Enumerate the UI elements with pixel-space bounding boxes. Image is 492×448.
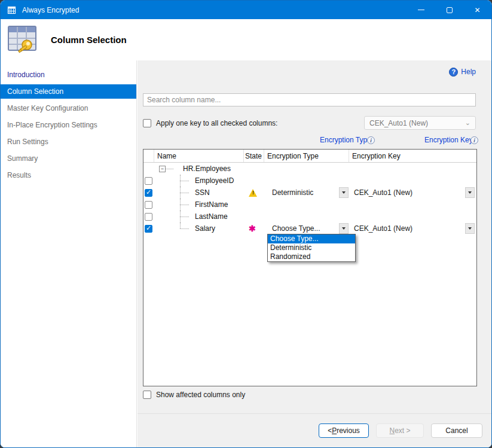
app-table-icon: [7, 5, 16, 15]
cancel-button[interactable]: Cancel: [431, 423, 482, 438]
columns-table: Name State Encryption Type Encryption Ke…: [143, 149, 477, 386]
header-name[interactable]: Name: [154, 150, 244, 162]
show-affected-row: Show affected columns only: [143, 391, 476, 399]
encryption-key-info-icon[interactable]: i: [470, 136, 478, 144]
maximize-button[interactable]: [435, 1, 463, 19]
wizard-steps-sidebar: Introduction Column Selection Master Key…: [1, 60, 137, 447]
table-header-row: Name State Encryption Type Encryption Ke…: [143, 150, 476, 163]
column-name-label: Salary: [195, 224, 215, 233]
row-checkbox-salary[interactable]: [145, 225, 152, 233]
encryption-key-value: CEK_Auto1 (New): [354, 188, 412, 197]
column-name-label: FirstName: [195, 200, 228, 209]
column-name-label: EmployeeID: [195, 176, 234, 185]
column-name-label: SSN: [195, 188, 210, 197]
apply-key-row: Apply one key to all checked columns: CE…: [143, 116, 476, 130]
table-name-label: HR.Employees: [183, 164, 231, 173]
tree-line: [166, 169, 173, 169]
encryption-type-info-icon[interactable]: i: [367, 136, 375, 144]
header-checkbox-column: [143, 150, 154, 162]
sidebar-item-run-settings[interactable]: Run Settings: [1, 135, 136, 149]
encryption-key-link[interactable]: Encryption Key: [424, 136, 473, 144]
encryption-key-value: CEK_Auto1 (New): [354, 224, 412, 233]
close-icon: ✕: [474, 6, 480, 14]
show-affected-checkbox[interactable]: [143, 391, 151, 399]
minimize-icon: [418, 10, 424, 10]
main-panel: ? Help Apply one key to all checked colu…: [137, 60, 491, 447]
sidebar-item-column-selection[interactable]: Column Selection: [1, 84, 136, 99]
encryption-type-dropdown-list: Choose Type... Deterministic Randomized: [267, 234, 356, 262]
dropdown-arrow-icon: [342, 191, 346, 194]
tree-collapse-icon[interactable]: −: [159, 166, 166, 172]
dropdown-arrow-icon: [468, 191, 472, 194]
sidebar-item-results[interactable]: Results: [1, 168, 136, 182]
column-links-row: Encryption Type i Encryption Key i: [143, 136, 476, 145]
page-header: Column Selection: [1, 19, 491, 60]
maximize-icon: [447, 7, 453, 13]
header-encryption-type[interactable]: Encryption Type: [264, 150, 349, 162]
close-button[interactable]: ✕: [463, 1, 491, 19]
table-row: SSN ! Deterministic CEK_Auto1 (New): [143, 187, 476, 199]
show-affected-label: Show affected columns only: [156, 391, 245, 399]
encryption-type-link[interactable]: Encryption Type: [320, 136, 371, 144]
minimize-button[interactable]: [407, 1, 435, 19]
encryption-type-dropdown-button[interactable]: [339, 187, 349, 198]
chevron-down-icon: ⌄: [465, 119, 470, 127]
apply-key-combobox[interactable]: CEK_Auto1 (New) ⌄: [364, 116, 476, 130]
apply-key-checkbox[interactable]: [143, 119, 151, 127]
required-asterisk-icon: ✱: [249, 225, 256, 231]
table-row: Salary ✱ Choose Type... CEK_Auto1 (New): [143, 223, 476, 234]
page-title: Column Selection: [51, 35, 127, 45]
row-checkbox-firstname[interactable]: [145, 201, 152, 209]
table-row: LastName: [143, 211, 476, 223]
table-key-icon: [7, 25, 40, 56]
encryption-type-dropdown-button[interactable]: [339, 223, 349, 234]
window-title: Always Encrypted: [22, 6, 79, 14]
search-input[interactable]: [143, 93, 476, 106]
dropdown-option-randomized[interactable]: Randomized: [268, 252, 355, 261]
header-encryption-key[interactable]: Encryption Key: [349, 150, 476, 162]
help-icon: ?: [449, 68, 458, 77]
encryption-key-dropdown-button[interactable]: [465, 223, 475, 234]
header-state[interactable]: State: [244, 150, 264, 162]
title-bar: Always Encrypted ✕: [1, 1, 491, 19]
help-row: ? Help: [143, 66, 476, 77]
row-checkbox-ssn[interactable]: [145, 189, 152, 197]
encryption-type-value: Choose Type...: [272, 224, 320, 233]
apply-key-value: CEK_Auto1 (New): [369, 119, 428, 127]
warning-icon: !: [249, 189, 258, 197]
previous-button[interactable]: < Previous: [319, 423, 369, 438]
sidebar-item-summary[interactable]: Summary: [1, 151, 136, 166]
dropdown-arrow-icon: [468, 227, 472, 230]
table-row: EmployeeID: [143, 175, 476, 187]
encryption-type-value: Deterministic: [272, 188, 313, 197]
help-link[interactable]: Help: [461, 68, 476, 76]
window-controls: ✕: [407, 1, 491, 19]
dropdown-arrow-icon: [342, 227, 346, 230]
sidebar-item-master-key-configuration[interactable]: Master Key Configuration: [1, 101, 136, 115]
encryption-key-dropdown-button[interactable]: [465, 187, 475, 198]
table-row: FirstName: [143, 199, 476, 211]
always-encrypted-wizard-window: Always Encrypted ✕ Column Selection Intr: [0, 0, 492, 448]
dropdown-option-deterministic[interactable]: Deterministic: [268, 243, 355, 252]
sidebar-item-in-place-encryption-settings[interactable]: In-Place Encryption Settings: [1, 118, 136, 132]
column-name-label: LastName: [195, 212, 228, 221]
dropdown-option-choose-type[interactable]: Choose Type...: [268, 234, 355, 243]
row-checkbox-lastname[interactable]: [145, 213, 152, 221]
apply-key-label: Apply one key to all checked columns:: [156, 119, 277, 127]
footer-bar: < Previous Next > Cancel: [137, 413, 491, 447]
next-button[interactable]: Next >: [376, 423, 424, 438]
table-row-root: − HR.Employees: [143, 163, 476, 175]
row-checkbox-employeeid[interactable]: [145, 177, 152, 185]
sidebar-item-introduction[interactable]: Introduction: [1, 68, 136, 82]
